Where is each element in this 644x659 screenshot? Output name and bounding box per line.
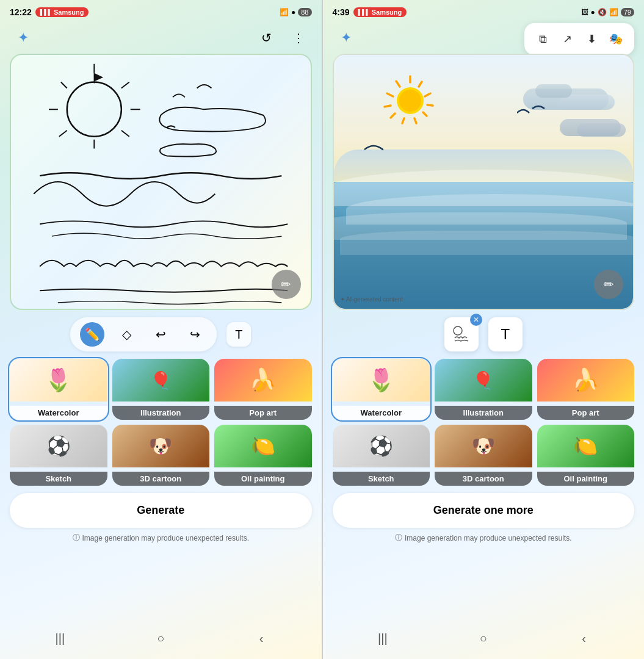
svg-point-23 — [454, 326, 462, 335]
disclaimer-text: Image generation may produce unexpected … — [82, 534, 250, 542]
generate-one-more-button[interactable]: Generate one more — [333, 493, 635, 528]
right-time: 4:39 — [333, 7, 350, 17]
svg-line-20 — [419, 82, 422, 87]
style-popart[interactable]: 🍌 Pop art — [214, 359, 312, 420]
right-style-illustration[interactable]: 🎈 Illustration — [435, 359, 532, 420]
svg-line-11 — [396, 81, 400, 87]
3dcartoon-label: 3D cartoon — [112, 472, 210, 486]
svg-point-22 — [399, 90, 421, 112]
left-sparkle-icon[interactable]: ✦ — [12, 27, 34, 49]
right-status-right: 🖼 ● 🔇 📶 79 — [581, 8, 635, 16]
home-nav-button[interactable]: ○ — [147, 625, 174, 652]
right-battery: 79 — [621, 8, 634, 16]
left-canvas-container: ✏ — [10, 54, 312, 310]
svg-line-2 — [61, 82, 67, 88]
right-info-icon: ⓘ — [395, 533, 402, 543]
right-style-watercolor[interactable]: 🌷 Watercolor — [333, 359, 430, 420]
scene-sun — [383, 73, 432, 122]
left-edit-button[interactable]: ✏ — [272, 270, 301, 299]
right-back-nav-button[interactable]: ‹ — [571, 625, 598, 652]
redo-button[interactable]: ↪ — [183, 322, 207, 347]
svg-line-4 — [59, 131, 67, 137]
info-icon: ⓘ — [73, 533, 80, 543]
cloud-5 — [577, 123, 626, 137]
left-status-bar: 12:22 ▌▌▌ Samsung 📶 ● 88 — [0, 0, 322, 22]
illustration-label: Illustration — [112, 406, 210, 420]
right-3dcartoon-label: 3D cartoon — [435, 472, 532, 486]
right-watercolor-thumb: 🌷 — [333, 359, 430, 402]
svg-point-0 — [67, 82, 121, 137]
style-illustration[interactable]: 🎈 Illustration — [112, 359, 210, 420]
right-generated-canvas: ✦ AI-generated content ✏ — [333, 54, 635, 310]
left-status-right: 📶 ● 88 — [280, 8, 312, 16]
style-3dcartoon[interactable]: 🐶 3D cartoon — [112, 425, 210, 486]
generated-image: ✦ AI-generated content — [334, 55, 634, 309]
right-text-label: T — [501, 326, 510, 343]
sticker-button[interactable]: 🎭 — [605, 28, 627, 50]
undo-button[interactable]: ↩ — [148, 322, 173, 347]
sketch-thumb-button[interactable]: ✕ — [444, 317, 479, 351]
style-watercolor[interactable]: 🌷 Watercolor — [10, 359, 107, 420]
right-status-bar: 4:39 ▌▌▌ Samsung 🖼 ● 🔇 📶 79 — [323, 0, 645, 22]
3dcartoon-thumb: 🐶 — [112, 425, 210, 467]
cloud-3 — [535, 84, 572, 98]
right-style-3dcartoon[interactable]: 🐶 3D cartoon — [435, 425, 532, 486]
left-battery: 88 — [298, 8, 311, 16]
svg-line-18 — [427, 105, 433, 106]
left-drawing-tools: ✏️ ◇ ↩ ↪ T — [0, 310, 322, 359]
right-popart-label: Pop art — [537, 406, 635, 420]
right-bottom-nav: ||| ○ ‹ — [323, 618, 645, 659]
right-menu-nav-button[interactable]: ||| — [369, 625, 396, 652]
right-disclaimer-text: Image generation may produce unexpected … — [405, 534, 572, 542]
sketch-label: Sketch — [10, 472, 107, 486]
menu-nav-button[interactable]: ||| — [46, 625, 73, 652]
right-style-grid: 🌷 Watercolor 🎈 Illustration 🍌 Pop art ⚽ … — [323, 359, 645, 486]
download-button[interactable]: ⬇ — [581, 28, 602, 50]
right-home-nav-button[interactable]: ○ — [470, 625, 497, 652]
right-edit-button[interactable]: ✏ — [594, 270, 623, 299]
right-gallery-icon: 🖼 — [581, 8, 588, 16]
style-sketch[interactable]: ⚽ Sketch — [10, 425, 107, 486]
left-time: 12:22 — [10, 7, 32, 17]
right-sparkle-icon[interactable]: ✦ — [335, 27, 357, 49]
text-tool-button[interactable]: T — [226, 322, 251, 347]
right-phone-panel: 4:39 ▌▌▌ Samsung 🖼 ● 🔇 📶 79 ✦ ⓘ ↺ ⋮ ⧉ ↗ … — [323, 0, 645, 659]
copy-button[interactable]: ⧉ — [532, 28, 554, 50]
popart-thumb: 🍌 — [214, 359, 312, 402]
generate-button[interactable]: Generate — [10, 493, 312, 528]
svg-line-19 — [425, 93, 430, 96]
right-3dcartoon-thumb: 🐶 — [435, 425, 532, 467]
eraser-tool-button[interactable]: ◇ — [114, 322, 139, 347]
left-bottom-nav: ||| ○ ‹ — [0, 618, 322, 659]
close-badge[interactable]: ✕ — [470, 314, 482, 326]
left-top-toolbar: ✦ ↺ ⋮ — [0, 22, 322, 54]
right-sketch-thumb: ⚽ — [333, 425, 430, 467]
right-style-sketch[interactable]: ⚽ Sketch — [333, 425, 430, 486]
right-text-tool-button[interactable]: T — [488, 317, 523, 351]
left-more-button[interactable]: ⋮ — [288, 27, 309, 49]
left-reset-button[interactable]: ↺ — [256, 27, 278, 49]
back-nav-button[interactable]: ‹ — [248, 625, 275, 652]
left-drawing-canvas[interactable]: ✏ — [10, 54, 312, 310]
left-app-name: Samsung — [54, 9, 84, 16]
text-tool-label: T — [235, 328, 242, 342]
right-app-name: Samsung — [372, 9, 402, 16]
pen-tool-button[interactable]: ✏️ — [80, 322, 104, 347]
right-oilpainting-label: Oil painting — [537, 472, 635, 486]
svg-line-16 — [414, 118, 416, 123]
right-status-time-group: 4:39 ▌▌▌ Samsung — [333, 7, 407, 17]
watercolor-label: Watercolor — [10, 406, 107, 420]
left-status-time-group: 12:22 ▌▌▌ Samsung — [10, 7, 89, 17]
right-illustration-label: Illustration — [435, 406, 532, 420]
svg-line-6 — [121, 131, 129, 137]
right-style-popart[interactable]: 🍌 Pop art — [537, 359, 635, 420]
share-button[interactable]: ↗ — [556, 28, 578, 50]
right-oilpainting-thumb: 🍋 — [537, 425, 635, 467]
left-wifi-icon: 📶 — [280, 8, 289, 16]
svg-line-17 — [423, 112, 427, 116]
right-wifi-icon: 📶 — [609, 8, 618, 16]
style-oilpainting[interactable]: 🍋 Oil painting — [214, 425, 312, 486]
right-style-oilpainting[interactable]: 🍋 Oil painting — [537, 425, 635, 486]
left-disclaimer: ⓘ Image generation may produce unexpecte… — [0, 533, 322, 548]
illustration-thumb: 🎈 — [112, 359, 210, 402]
